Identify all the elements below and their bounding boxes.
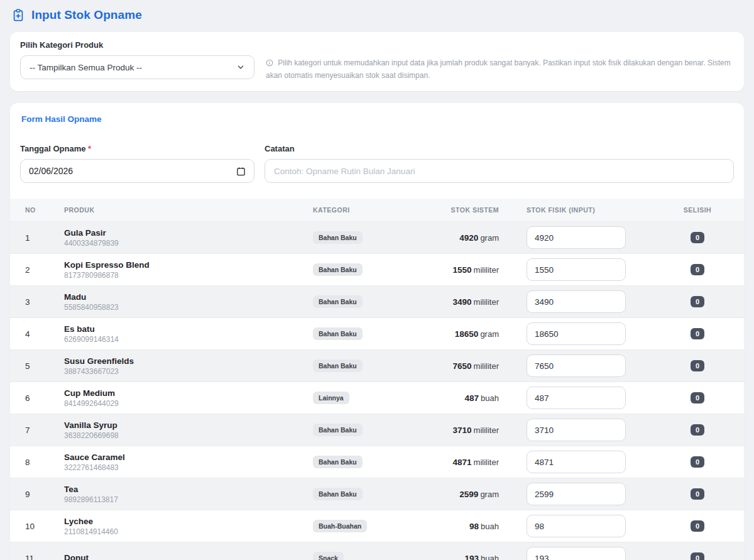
- physical-stock-cell: [499, 547, 651, 560]
- chevron-down-icon: [236, 63, 245, 72]
- physical-stock-input[interactable]: [527, 419, 626, 441]
- product-cell: Donut: [64, 553, 313, 560]
- system-stock-unit: mililiter: [474, 265, 499, 275]
- table-row: 1Gula Pasir4400334879839Bahan Baku4920gr…: [10, 222, 744, 254]
- selisih-cell: 0: [651, 552, 744, 560]
- physical-stock-cell: [499, 483, 651, 505]
- system-stock-value: 193: [465, 554, 479, 560]
- selisih-badge: 0: [691, 424, 704, 436]
- system-stock-value: 2599: [459, 490, 478, 499]
- page-title: Input Stok Opname: [31, 8, 142, 22]
- selisih-cell: 0: [651, 456, 744, 468]
- system-stock-cell: 4920gram: [413, 233, 499, 243]
- category-badge: Bahan Baku: [313, 327, 363, 340]
- row-number: 6: [10, 393, 64, 403]
- row-number: 7: [10, 425, 64, 435]
- physical-stock-input[interactable]: [527, 290, 626, 313]
- product-barcode: 4400334879839: [64, 239, 313, 248]
- date-field-label: Tanggal Opname *: [20, 144, 254, 153]
- category-cell: Bahan Baku: [313, 327, 413, 340]
- calendar-icon[interactable]: [236, 167, 246, 176]
- system-stock-unit: gram: [480, 233, 499, 243]
- category-select-label: Pilih Kategori Produk: [20, 40, 254, 50]
- physical-stock-input[interactable]: [527, 387, 626, 409]
- row-number: 1: [10, 233, 64, 243]
- system-stock-value: 4871: [453, 458, 472, 467]
- category-badge: Bahan Baku: [313, 360, 363, 372]
- system-stock-cell: 487buah: [413, 393, 499, 403]
- physical-stock-input[interactable]: [527, 515, 626, 537]
- selisih-badge: 0: [691, 392, 704, 404]
- selisih-cell: 0: [651, 488, 744, 500]
- header-produk: PRODUK: [64, 206, 313, 214]
- product-name: Cup Medium: [64, 388, 313, 398]
- system-stock-value: 487: [465, 393, 479, 403]
- system-stock-unit: mililiter: [474, 425, 499, 435]
- category-cell: Bahan Baku: [313, 231, 413, 244]
- physical-stock-input[interactable]: [527, 547, 626, 560]
- system-stock-value: 98: [469, 522, 479, 531]
- category-badge: Bahan Baku: [313, 424, 363, 436]
- physical-stock-cell: [499, 258, 651, 281]
- product-cell: Tea9892896113817: [64, 485, 313, 504]
- row-number: 8: [10, 458, 64, 467]
- physical-stock-cell: [499, 226, 651, 249]
- table-row: 9Tea9892896113817Bahan Baku2599gram0: [10, 478, 744, 510]
- table-row: 5Susu Greenfields3887433667023Bahan Baku…: [10, 350, 744, 382]
- product-name: Susu Greenfields: [64, 356, 313, 366]
- product-barcode: 8173780986878: [64, 271, 313, 280]
- selisih-cell: 0: [651, 264, 744, 275]
- selisih-badge: 0: [691, 360, 704, 371]
- system-stock-value: 3490: [453, 297, 472, 307]
- header-selisih: SELISIH: [651, 206, 744, 214]
- page-header: Input Stok Opname: [0, 0, 754, 22]
- selisih-badge: 0: [691, 232, 704, 243]
- row-number: 4: [10, 329, 64, 339]
- table-row: 11DonutSnack193buah0: [10, 542, 744, 560]
- system-stock-cell: 1550mililiter: [413, 265, 499, 275]
- selisih-cell: 0: [651, 360, 744, 371]
- table-body: 1Gula Pasir4400334879839Bahan Baku4920gr…: [10, 222, 744, 560]
- product-barcode: 3887433667023: [64, 367, 313, 376]
- category-filter-card: Pilih Kategori Produk -- Tampilkan Semua…: [10, 32, 744, 91]
- physical-stock-input[interactable]: [527, 451, 626, 473]
- opname-table: NO PRODUK KATEGORI STOK SISTEM STOK FISI…: [10, 199, 744, 560]
- table-header-row: NO PRODUK KATEGORI STOK SISTEM STOK FISI…: [10, 199, 744, 222]
- physical-stock-input[interactable]: [527, 354, 626, 377]
- product-cell: Vanilla Syrup3638220669698: [64, 420, 313, 440]
- product-cell: Kopi Espresso Blend8173780986878: [64, 260, 313, 280]
- physical-stock-input[interactable]: [527, 483, 626, 505]
- physical-stock-cell: [499, 322, 651, 345]
- table-row: 2Kopi Espresso Blend8173780986878Bahan B…: [10, 254, 744, 286]
- opname-date-value: 02/06/2026: [29, 166, 73, 176]
- product-name: Vanilla Syrup: [64, 420, 313, 430]
- category-cell: Bahan Baku: [313, 295, 413, 308]
- system-stock-value: 1550: [453, 265, 472, 275]
- system-stock-unit: mililiter: [474, 361, 499, 371]
- notes-input[interactable]: [265, 159, 734, 183]
- category-cell: Bahan Baku: [313, 263, 413, 276]
- product-name: Gula Pasir: [64, 228, 313, 238]
- notes-field-label: Catatan: [265, 144, 734, 153]
- physical-stock-cell: [499, 451, 651, 473]
- category-badge: Snack: [313, 552, 344, 560]
- physical-stock-input[interactable]: [527, 226, 626, 249]
- system-stock-unit: buah: [481, 393, 499, 403]
- category-cell: Bahan Baku: [313, 360, 413, 372]
- physical-stock-input[interactable]: [527, 322, 626, 345]
- system-stock-unit: gram: [480, 490, 499, 499]
- physical-stock-input[interactable]: [527, 258, 626, 281]
- opname-date-input[interactable]: 02/06/2026: [20, 159, 254, 183]
- row-number: 9: [10, 490, 64, 499]
- category-cell: Bahan Baku: [313, 488, 413, 500]
- product-cell: Sauce Caramel3222761468483: [64, 453, 313, 472]
- selisih-badge: 0: [691, 264, 704, 275]
- selisih-badge: 0: [691, 520, 704, 532]
- system-stock-cell: 7650mililiter: [413, 361, 499, 371]
- category-select[interactable]: -- Tampilkan Semua Produk --: [20, 55, 254, 79]
- system-stock-value: 18650: [455, 329, 479, 339]
- category-info-text: Pilih kategori untuk memudahkan input da…: [266, 40, 734, 81]
- row-number: 10: [10, 522, 64, 531]
- system-stock-cell: 4871mililiter: [413, 458, 499, 467]
- system-stock-value: 3710: [453, 425, 472, 435]
